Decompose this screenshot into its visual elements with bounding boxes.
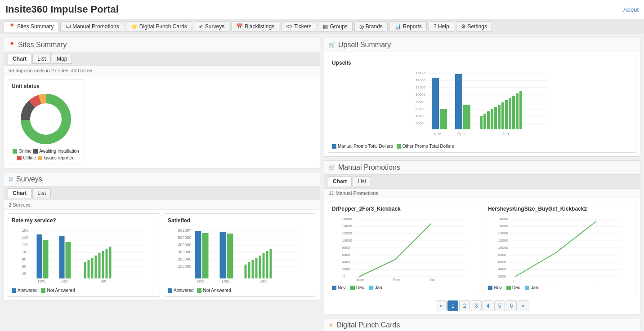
svg-rect-29 <box>106 249 108 278</box>
svg-rect-47 <box>202 233 209 278</box>
svg-rect-24 <box>88 260 90 278</box>
tab-manual-chart[interactable]: Chart <box>328 177 352 186</box>
nav-blacklistings[interactable]: 📅 Blacklistings <box>231 21 279 32</box>
pagination-next[interactable]: » <box>518 300 528 311</box>
upsells-chart: Upsells 15576 14000 12000 10000 8000 600… <box>328 56 636 153</box>
svg-text:16000: 16000 <box>342 217 353 221</box>
svg-text:16000: 16000 <box>498 224 509 228</box>
pagination-6[interactable]: 6 <box>506 300 517 311</box>
drpepper-legend: Nov. Dec. Jan. <box>332 285 476 290</box>
svg-rect-49 <box>227 234 233 278</box>
pagination-4[interactable]: 4 <box>483 300 493 311</box>
tab-surveys-chart[interactable]: Chart <box>8 188 31 198</box>
sites-summary-icon: 📍 <box>9 42 15 48</box>
sites-summary-title: Sites Summary <box>18 41 67 49</box>
svg-text:14000: 14000 <box>342 224 353 228</box>
manual-promotions-title: Manual Promotions <box>338 163 400 172</box>
svg-text:100: 100 <box>22 250 29 254</box>
manual-promotions-section: 🛒 Manual Promotions Chart List 11 Manual… <box>324 160 640 314</box>
nav-groups[interactable]: ▦ Groups <box>318 21 352 32</box>
svg-rect-80 <box>463 105 470 129</box>
svg-text:18000: 18000 <box>498 217 509 221</box>
svg-text:10000: 10000 <box>342 238 353 243</box>
svg-text:8000: 8000 <box>498 253 506 257</box>
svg-text:120: 120 <box>22 243 29 247</box>
nav-reports[interactable]: 📊 Reports <box>389 21 427 32</box>
svg-text:12000: 12000 <box>342 231 353 235</box>
svg-rect-85 <box>494 107 497 129</box>
svg-rect-91 <box>516 93 519 129</box>
manual-promotions-header: 🛒 Manual Promotions <box>324 161 640 175</box>
svg-text:Jan.: Jan. <box>100 279 107 283</box>
rate-service-legend: Answered Not Answered <box>12 288 156 293</box>
svg-text:Nov.: Nov. <box>357 278 365 282</box>
pagination-2[interactable]: 2 <box>459 300 470 311</box>
tab-sites-chart[interactable]: Chart <box>8 54 31 64</box>
answered-legend: Answered <box>12 288 37 293</box>
unit-status-chart: Unit status <box>8 79 84 164</box>
tab-surveys-list[interactable]: List <box>32 188 51 198</box>
svg-text:2000: 2000 <box>342 267 350 271</box>
hersheys-svg: 18000 16000 14000 12000 10000 8000 6000 … <box>488 215 632 282</box>
sites-summary-section: 📍 Sites Summary Chart List Map 58 Impuls… <box>4 38 320 168</box>
nav-help[interactable]: ? Help <box>429 21 454 32</box>
pagination-prev[interactable]: « <box>436 300 447 311</box>
svg-text:8000: 8000 <box>342 246 350 250</box>
hersheys-legend: Nov. Dec. Jan. <box>488 285 632 290</box>
pagination-1[interactable]: 1 <box>447 300 458 311</box>
nav-brands[interactable]: ◎ Brands <box>354 21 388 32</box>
svg-rect-54 <box>259 256 261 278</box>
main-content: 📍 Sites Summary Chart List Map 58 Impuls… <box>0 34 644 331</box>
tab-sites-list[interactable]: List <box>32 54 51 64</box>
svg-rect-57 <box>270 249 272 278</box>
manual-promotions-info: 11 Manual Promotions <box>324 189 640 198</box>
drpepper-svg: 16000 14000 12000 10000 8000 6000 4000 2… <box>332 215 476 282</box>
svg-text:8000: 8000 <box>416 100 424 104</box>
svg-rect-82 <box>483 114 486 129</box>
drpepper-title: DrPepper_2For3_Kickback <box>332 206 476 212</box>
tab-sites-map[interactable]: Map <box>52 54 72 64</box>
svg-rect-87 <box>501 102 504 129</box>
tab-manual-list[interactable]: List <box>353 177 371 186</box>
sites-summary-tabs: Chart List Map <box>4 52 320 66</box>
nav-digital-punch-cards[interactable]: ⭐ Digital Punch Cards <box>126 21 192 32</box>
nav-manual-promotions[interactable]: 🏷 Manual Promotions <box>60 21 124 32</box>
svg-rect-83 <box>487 111 490 129</box>
svg-rect-90 <box>512 96 515 129</box>
svg-text:Dec.: Dec. <box>61 279 69 283</box>
surveys-info-bar: 2 Surveys <box>4 200 320 210</box>
pagination-5[interactable]: 5 <box>494 300 505 311</box>
svg-text:0: 0 <box>344 274 346 278</box>
legend-awaiting-color <box>33 149 38 154</box>
svg-text:2000: 2000 <box>498 274 506 278</box>
upsell-section: 🛒 Upsell Summary Upsells 15576 14000 120… <box>324 38 640 157</box>
pagination-3[interactable]: 3 <box>471 300 482 311</box>
svg-rect-53 <box>255 258 258 278</box>
svg-text:14000: 14000 <box>416 78 426 82</box>
sites-info-bar: 58 Impulse units in 27 sites, 43 Online <box>4 66 320 75</box>
hersheys-chart: HersheysKingSize_BuyGet_Kickback2 18000 … <box>484 202 636 294</box>
svg-text:12000: 12000 <box>498 238 509 243</box>
sites-summary-header: 📍 Sites Summary <box>4 38 320 52</box>
digital-punch-cards-title: Digital Punch Cards <box>336 321 400 329</box>
satisfied-legend: Answered Not Answered <box>168 288 312 293</box>
svg-rect-30 <box>109 247 112 278</box>
svg-text:Dec.: Dec. <box>457 132 466 136</box>
svg-text:6000: 6000 <box>498 260 506 264</box>
svg-rect-55 <box>263 253 265 278</box>
donut-legend: Online Awaiting Installation Offline <box>12 149 80 160</box>
upsell-charts-area: Upsells 15576 14000 12000 10000 8000 600… <box>324 52 640 156</box>
digital-punch-cards-header: ★ Digital Punch Cards <box>324 318 640 331</box>
about-link[interactable]: About <box>623 6 639 13</box>
svg-rect-21 <box>59 236 65 278</box>
legend-awaiting: Awaiting Installation <box>33 149 79 154</box>
nav-settings[interactable]: ⚙ Settings <box>456 21 492 32</box>
drpepper-chart: DrPepper_2For3_Kickback 16000 14000 1200… <box>328 202 480 294</box>
svg-rect-92 <box>519 91 522 129</box>
surveys-icon: ☑ <box>9 176 13 182</box>
upsells-svg: 15576 14000 12000 10000 8000 6000 4000 2… <box>332 69 632 141</box>
svg-text:80: 80 <box>22 257 27 261</box>
nav-tickers[interactable]: <> Tickers <box>281 21 316 32</box>
nav-sites-summary[interactable]: 📍 Sites Summary <box>4 21 58 32</box>
nav-surveys[interactable]: ✔ Surveys <box>194 21 229 32</box>
